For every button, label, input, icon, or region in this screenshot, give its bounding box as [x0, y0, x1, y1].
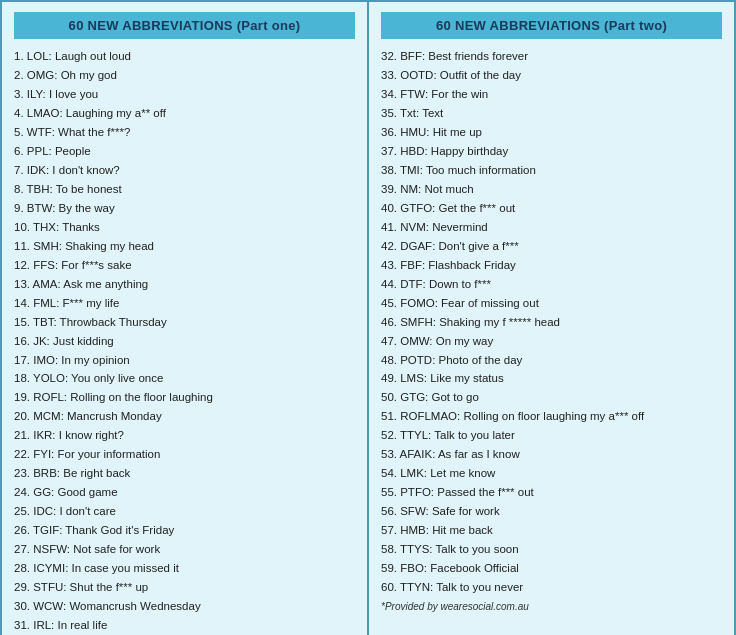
list-item: 15. TBT: Throwback Thursday: [14, 313, 355, 332]
list-item: 47. OMW: On my way: [381, 332, 722, 351]
list-item: 17. IMO: In my opinion: [14, 351, 355, 370]
list-item: 32. BFF: Best friends forever: [381, 47, 722, 66]
list-item: 45. FOMO: Fear of missing out: [381, 294, 722, 313]
list-item: 41. NVM: Nevermind: [381, 218, 722, 237]
list-item: 52. TTYL: Talk to you later: [381, 426, 722, 445]
list-item: 42. DGAF: Don't give a f***: [381, 237, 722, 256]
column-1: 60 NEW ABBREVIATIONS (Part one) 1. LOL: …: [2, 2, 369, 635]
list-item: 26. TGIF: Thank God it's Friday: [14, 521, 355, 540]
list-item: 40. GTFO: Get the f*** out: [381, 199, 722, 218]
list-item: 60. TTYN: Talk to you never: [381, 578, 722, 597]
list-item: 12. FFS: For f***s sake: [14, 256, 355, 275]
list-item: 18. YOLO: You only live once: [14, 369, 355, 388]
list-item: 23. BRB: Be right back: [14, 464, 355, 483]
list-item: 35. Txt: Text: [381, 104, 722, 123]
list-item: 30. WCW: Womancrush Wednesday: [14, 597, 355, 616]
list-item: 53. AFAIK: As far as I know: [381, 445, 722, 464]
list-item: 36. HMU: Hit me up: [381, 123, 722, 142]
list-item: 6. PPL: People: [14, 142, 355, 161]
list-item: 57. HMB: Hit me back: [381, 521, 722, 540]
list-item: 1. LOL: Laugh out loud: [14, 47, 355, 66]
list-item: 37. HBD: Happy birthday: [381, 142, 722, 161]
main-container: 60 NEW ABBREVIATIONS (Part one) 1. LOL: …: [0, 0, 736, 635]
list-item: 7. IDK: I don't know?: [14, 161, 355, 180]
list-item: 3. ILY: I love you: [14, 85, 355, 104]
footnote: *Provided by wearesocial.com.au: [381, 601, 722, 612]
list-item: 2. OMG: Oh my god: [14, 66, 355, 85]
list-item: 8. TBH: To be honest: [14, 180, 355, 199]
list-item: 9. BTW: By the way: [14, 199, 355, 218]
list-item: 4. LMAO: Laughing my a** off: [14, 104, 355, 123]
list-item: 38. TMI: Too much information: [381, 161, 722, 180]
list-item: 34. FTW: For the win: [381, 85, 722, 104]
list-item: 31. IRL: In real life: [14, 616, 355, 635]
column-2: 60 NEW ABBREVIATIONS (Part two) 32. BFF:…: [369, 2, 734, 635]
col1-items: 1. LOL: Laugh out loud2. OMG: Oh my god3…: [14, 47, 355, 635]
list-item: 28. ICYMI: In case you missed it: [14, 559, 355, 578]
list-item: 20. MCM: Mancrush Monday: [14, 407, 355, 426]
col2-items: 32. BFF: Best friends forever33. OOTD: O…: [381, 47, 722, 597]
list-item: 58. TTYS: Talk to you soon: [381, 540, 722, 559]
list-item: 5. WTF: What the f***?: [14, 123, 355, 142]
list-item: 29. STFU: Shut the f*** up: [14, 578, 355, 597]
list-item: 44. DTF: Down to f***: [381, 275, 722, 294]
list-item: 14. FML: F*** my life: [14, 294, 355, 313]
list-item: 27. NSFW: Not safe for work: [14, 540, 355, 559]
list-item: 25. IDC: I don't care: [14, 502, 355, 521]
list-item: 33. OOTD: Outfit of the day: [381, 66, 722, 85]
list-item: 10. THX: Thanks: [14, 218, 355, 237]
col2-header: 60 NEW ABBREVIATIONS (Part two): [381, 12, 722, 39]
list-item: 54. LMK: Let me know: [381, 464, 722, 483]
list-item: 22. FYI: For your information: [14, 445, 355, 464]
list-item: 21. IKR: I know right?: [14, 426, 355, 445]
list-item: 24. GG: Good game: [14, 483, 355, 502]
list-item: 55. PTFO: Passed the f*** out: [381, 483, 722, 502]
list-item: 19. ROFL: Rolling on the floor laughing: [14, 388, 355, 407]
list-item: 39. NM: Not much: [381, 180, 722, 199]
list-item: 50. GTG: Got to go: [381, 388, 722, 407]
col1-header: 60 NEW ABBREVIATIONS (Part one): [14, 12, 355, 39]
list-item: 48. POTD: Photo of the day: [381, 351, 722, 370]
list-item: 51. ROFLMAO: Rolling on floor laughing m…: [381, 407, 722, 426]
list-item: 16. JK: Just kidding: [14, 332, 355, 351]
list-item: 49. LMS: Like my status: [381, 369, 722, 388]
list-item: 43. FBF: Flashback Friday: [381, 256, 722, 275]
list-item: 46. SMFH: Shaking my f ***** head: [381, 313, 722, 332]
list-item: 13. AMA: Ask me anything: [14, 275, 355, 294]
list-item: 11. SMH: Shaking my head: [14, 237, 355, 256]
list-item: 59. FBO: Facebook Official: [381, 559, 722, 578]
list-item: 56. SFW: Safe for work: [381, 502, 722, 521]
